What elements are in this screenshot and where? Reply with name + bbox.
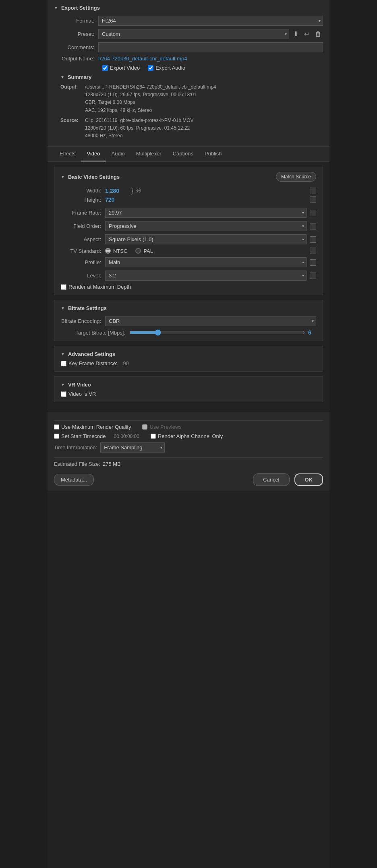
time-interpolation-wrapper: Frame Sampling Frame Blending Optical Fl… xyxy=(100,442,165,453)
use-max-render-quality-checkbox[interactable] xyxy=(54,424,59,430)
render-max-depth-checkbox[interactable] xyxy=(61,284,66,290)
comments-input[interactable] xyxy=(98,42,323,52)
frame-rate-select[interactable]: 23.976 24 25 29.97 30 50 59.94 60 xyxy=(105,208,307,218)
time-interpolation-select[interactable]: Frame Sampling Frame Blending Optical Fl… xyxy=(100,442,165,453)
video-is-vr-checkbox[interactable] xyxy=(61,391,66,397)
tv-standard-checkbox[interactable] xyxy=(310,248,316,254)
bitrate-collapse[interactable]: ▼ xyxy=(61,306,65,310)
tab-audio[interactable]: Audio xyxy=(106,147,130,161)
link-chain-icon[interactable]: ⛓ xyxy=(136,188,141,194)
width-value[interactable]: 1,280 xyxy=(105,188,129,194)
basic-video-collapse[interactable]: ▼ xyxy=(61,175,65,179)
advanced-collapse[interactable]: ▼ xyxy=(61,352,65,356)
action-buttons: Metadata... Cancel OK xyxy=(54,473,323,486)
preset-label: Preset: xyxy=(54,31,98,37)
height-checkbox[interactable] xyxy=(310,196,316,203)
render-alpha-checkbox[interactable] xyxy=(151,434,156,439)
file-size-value: 275 MB xyxy=(103,461,121,467)
profile-checkbox[interactable] xyxy=(310,259,316,266)
metadata-button[interactable]: Metadata... xyxy=(54,474,94,486)
preset-select[interactable]: Custom Match Source - High bitrate Match… xyxy=(98,29,289,39)
level-select[interactable]: 3.0 3.1 3.2 4.0 4.1 4.2 xyxy=(105,271,307,281)
advanced-settings-section: ▼ Advanced Settings Key Frame Distance: … xyxy=(54,346,323,372)
summary-source-line1: Clip, 20161119_gbre-blade-prores-lt-PM-0… xyxy=(85,117,193,124)
export-audio-checkbox-label[interactable]: Export Audio xyxy=(148,65,185,71)
aspect-checkbox[interactable] xyxy=(310,236,316,243)
bitrate-encoding-select[interactable]: CBR VBR, 1 Pass VBR, 2 Pass xyxy=(105,316,316,326)
frame-rate-label: Frame Rate: xyxy=(61,210,105,216)
export-settings-title: Export Settings xyxy=(61,5,100,11)
height-value[interactable]: 720 xyxy=(105,196,129,203)
height-label: Height: xyxy=(61,197,105,203)
export-video-checkbox[interactable] xyxy=(102,65,108,71)
summary-collapse[interactable]: ▼ xyxy=(60,75,64,79)
tab-multiplexer[interactable]: Multiplexer xyxy=(130,147,167,161)
set-start-timecode-label[interactable]: Set Start Timecode xyxy=(54,433,106,439)
field-order-select[interactable]: Progressive Upper First Lower First xyxy=(105,221,307,231)
set-start-timecode-checkbox[interactable] xyxy=(54,434,59,439)
width-label: Width: xyxy=(61,188,105,194)
summary-output-line4: AAC, 192 kbps, 48 kHz, Stereo xyxy=(85,107,216,114)
width-checkbox[interactable] xyxy=(310,188,316,194)
use-max-render-quality-text: Use Maximum Render Quality xyxy=(61,424,131,430)
target-bitrate-value: 6 xyxy=(308,329,316,336)
use-previews-text: Use Previews xyxy=(149,424,181,430)
basic-video-title: Basic Video Settings xyxy=(68,174,120,180)
summary-output-value: /Users/...P-RENDERS/h264-720p30_default-… xyxy=(85,83,216,114)
keyframe-distance-checkbox[interactable] xyxy=(61,361,66,366)
export-audio-checkbox[interactable] xyxy=(148,65,153,71)
render-max-depth-label[interactable]: Render at Maximum Depth xyxy=(61,284,131,290)
set-start-timecode-text: Set Start Timecode xyxy=(61,433,106,439)
ntsc-radio[interactable] xyxy=(105,248,111,254)
bitrate-settings-section: ▼ Bitrate Settings Bitrate Encoding: CBR… xyxy=(54,300,323,341)
field-order-checkbox[interactable] xyxy=(310,223,316,229)
cancel-button[interactable]: Cancel xyxy=(253,473,289,486)
ntsc-radio-label[interactable]: NTSC xyxy=(105,248,127,254)
pal-radio[interactable] xyxy=(135,248,141,254)
comments-label: Comments: xyxy=(54,44,98,50)
import-preset-button[interactable]: ↩ xyxy=(302,29,311,39)
level-checkbox[interactable] xyxy=(310,273,316,279)
vr-video-collapse[interactable]: ▼ xyxy=(61,382,65,387)
summary-source-line3: 48000 Hz, Stereo xyxy=(85,132,193,140)
tv-standard-label: TV Standard: xyxy=(61,248,105,254)
render-alpha-label[interactable]: Render Alpha Channel Only xyxy=(151,433,223,439)
delete-preset-button[interactable]: 🗑 xyxy=(313,30,323,39)
vr-video-title: VR Video xyxy=(68,382,91,388)
basic-video-settings-section: ▼ Basic Video Settings Match Source Widt… xyxy=(54,167,323,295)
save-preset-button[interactable]: ⬇ xyxy=(292,29,300,39)
ok-button[interactable]: OK xyxy=(294,473,323,486)
format-select[interactable]: H.264 H.265 MPEG4 QuickTime xyxy=(98,16,323,26)
tab-video[interactable]: Video xyxy=(81,147,106,161)
format-label: Format: xyxy=(54,18,98,24)
tv-standard-group: NTSC PAL xyxy=(105,248,310,254)
pal-label: PAL xyxy=(143,248,153,254)
vr-video-section: ▼ VR Video Video Is VR xyxy=(54,376,323,402)
export-video-checkbox-label[interactable]: Export Video xyxy=(102,65,140,71)
output-name-link[interactable]: h264-720p30_default-cbr_default.mp4 xyxy=(98,56,187,62)
profile-label: Profile: xyxy=(61,259,105,265)
summary-source-value: Clip, 20161119_gbre-blade-prores-lt-PM-0… xyxy=(85,117,193,140)
file-size-label: Estimated File Size: xyxy=(54,461,100,467)
aspect-select[interactable]: Square Pixels (1.0) D1/DV NTSC (0.9091) … xyxy=(105,234,307,244)
profile-select[interactable]: Baseline Main High xyxy=(105,257,307,267)
tab-captions[interactable]: Captions xyxy=(167,147,199,161)
summary-source-key: Source: xyxy=(60,117,83,140)
frame-rate-checkbox[interactable] xyxy=(310,210,316,216)
target-bitrate-slider[interactable] xyxy=(129,329,305,336)
pal-radio-label[interactable]: PAL xyxy=(135,248,153,254)
keyframe-distance-label[interactable]: Key Frame Distance: xyxy=(61,360,117,366)
tab-publish[interactable]: Publish xyxy=(199,147,228,161)
use-previews-label: Use Previews xyxy=(142,424,181,430)
bottom-controls: Use Maximum Render Quality Use Previews … xyxy=(48,412,329,491)
output-name-label: Output Name: xyxy=(54,56,98,62)
export-settings-collapse[interactable]: ▼ xyxy=(54,6,58,10)
use-max-render-quality-label[interactable]: Use Maximum Render Quality xyxy=(54,424,131,430)
ntsc-label: NTSC xyxy=(113,248,127,254)
match-source-button[interactable]: Match Source xyxy=(276,172,316,182)
level-label: Level: xyxy=(61,273,105,279)
tab-effects[interactable]: Effects xyxy=(54,147,81,161)
tabs-bar: Effects Video Audio Multiplexer Captions… xyxy=(48,147,329,162)
video-is-vr-label[interactable]: Video Is VR xyxy=(61,391,96,397)
field-order-label: Field Order: xyxy=(61,223,105,229)
